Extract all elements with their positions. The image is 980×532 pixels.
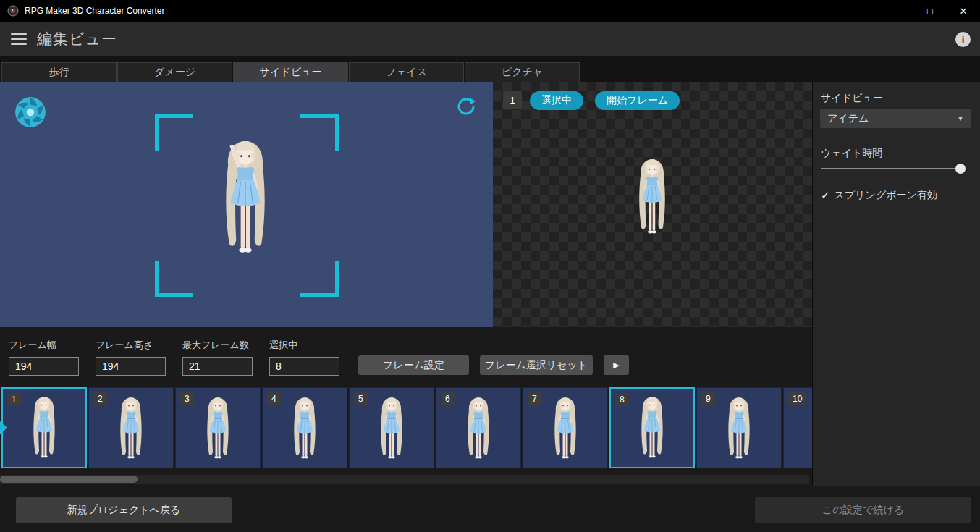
frame-bracket-bottom-right (300, 261, 339, 297)
tab-item[interactable]: フェイス (349, 62, 464, 82)
menu-icon[interactable] (11, 33, 27, 45)
frame-height-group: フレーム高さ (96, 339, 166, 376)
sidebar-title: サイドビュー (821, 92, 883, 105)
tab-label: 歩行 (49, 66, 69, 79)
check-icon: ✓ (821, 189, 830, 202)
window-title: RPG Maker 3D Character Converter (25, 6, 164, 16)
app-window: RPG Maker 3D Character Converter – □ ✕ 編… (0, 0, 980, 532)
frame-character-sprite (806, 394, 812, 463)
max-frames-label: 最大フレーム数 (182, 339, 253, 352)
start-frame-button[interactable]: 開始フレーム (595, 91, 680, 110)
frame-number-badge: 5 (354, 392, 368, 405)
playhead-marker-icon (0, 421, 7, 434)
frame-thumbnail[interactable]: 10 (783, 387, 812, 468)
close-button[interactable]: ✕ (947, 0, 980, 22)
frame-character-sprite (458, 394, 499, 463)
frame-thumbnail[interactable]: 2 (88, 387, 174, 468)
frame-settings-button[interactable]: フレーム設定 (358, 355, 469, 375)
frame-number-badge: 4 (267, 392, 281, 405)
selected-frame-group: 選択中 (269, 339, 339, 376)
springbone-checkbox[interactable]: ✓ スプリングボーン有効 (821, 189, 937, 202)
frame-thumbnail[interactable]: 1 (1, 387, 87, 468)
wait-time-label: ウェイト時間 (821, 147, 882, 160)
back-to-project-button[interactable]: 新規プロジェクトへ戻る (16, 497, 232, 523)
rotate-view-icon[interactable] (455, 96, 477, 118)
current-frame-badge: 1 (503, 91, 522, 109)
frame-height-input[interactable] (96, 357, 166, 376)
frame-thumbnail[interactable]: 4 (262, 387, 347, 468)
window-controls: – □ ✕ (880, 0, 980, 22)
springbone-label: スプリングボーン有効 (835, 189, 937, 202)
tab-item[interactable]: ダメージ (117, 62, 232, 82)
aperture-icon[interactable] (14, 96, 47, 129)
frame-character-sprite (719, 394, 759, 463)
frame-character-sprite (284, 394, 325, 463)
info-icon[interactable]: i (955, 32, 971, 47)
title-bar: RPG Maker 3D Character Converter – □ ✕ (0, 0, 980, 22)
frame-panel: フレーム幅 フレーム高さ 最大フレーム数 選択中 フレーム設定 フレーム選択リセ… (0, 327, 812, 486)
frame-height-label: フレーム高さ (96, 339, 166, 352)
frame-character-sprite (545, 394, 586, 463)
chevron-down-icon: ▼ (957, 114, 964, 122)
frame-thumbnail[interactable]: 8 (609, 387, 695, 468)
frame-thumbnail[interactable]: 5 (349, 387, 434, 468)
frame-character-sprite (198, 394, 238, 463)
frame-character-sprite (371, 394, 412, 463)
frame-bracket-top-left (155, 114, 193, 151)
frame-bracket-top-right (300, 114, 339, 151)
pose-preview-panel (0, 82, 493, 327)
frame-number-badge: 2 (93, 392, 107, 405)
selected-frame-button[interactable]: 選択中 (530, 91, 583, 110)
frame-width-group: フレーム幅 (9, 339, 79, 376)
tab-item[interactable]: サイドビュー (233, 62, 348, 82)
page-title: 編集ビュー (37, 29, 117, 49)
tab-label: ピクチャ (502, 66, 543, 79)
frame-number-badge: 1 (7, 393, 21, 406)
tab-bar: 歩行 ダメージ サイドビュー フェイス ピクチャ (0, 56, 980, 82)
frame-thumbnail[interactable]: 6 (436, 387, 521, 468)
max-frames-input[interactable] (182, 357, 253, 376)
slider-thumb[interactable] (955, 164, 966, 174)
filmstrip: 1 2 3 4 5 6 (0, 387, 812, 471)
filmstrip-scrollbar[interactable] (0, 475, 809, 484)
tab-item[interactable]: ピクチャ (465, 62, 580, 82)
tab-item[interactable]: 歩行 (1, 62, 117, 82)
sprite-preview-panel: 1 選択中 開始フレーム (493, 82, 812, 327)
slider-track[interactable] (821, 168, 966, 169)
frame-number-badge: 7 (528, 392, 541, 405)
tab-label: サイドビュー (260, 66, 322, 79)
frame-thumbnail[interactable]: 7 (523, 387, 608, 468)
frame-thumbnail[interactable]: 3 (175, 387, 261, 468)
character-model (208, 134, 282, 261)
frame-number-badge: 9 (701, 392, 715, 405)
frame-character-sprite (632, 393, 672, 463)
minimize-button[interactable]: – (880, 0, 913, 22)
selected-frame-label: 選択中 (269, 339, 339, 352)
character-sprite (628, 154, 677, 240)
max-frames-group: 最大フレーム数 (182, 339, 253, 376)
frame-bracket-bottom-left (155, 261, 193, 297)
play-button[interactable]: ▶ (604, 355, 629, 375)
footer-bar: 新規プロジェクトへ戻る この設定で続ける (0, 486, 980, 532)
frame-number-badge: 3 (180, 392, 194, 405)
selected-frame-input[interactable] (269, 357, 339, 376)
tab-label: フェイス (386, 66, 427, 79)
header: 編集ビュー i (0, 22, 980, 56)
wait-time-slider[interactable] (821, 163, 966, 174)
app-logo-icon (7, 5, 19, 17)
frame-character-sprite (24, 393, 64, 463)
settings-sidebar: サイドビュー アイテム ▼ ウェイト時間 ✓ スプリングボーン有効 (812, 82, 980, 486)
maximize-button[interactable]: □ (913, 0, 947, 22)
frame-reset-button[interactable]: フレーム選択リセット (480, 355, 593, 375)
dropdown-value: アイテム (827, 112, 869, 125)
scrollbar-thumb[interactable] (0, 476, 138, 483)
frame-thumbnail[interactable]: 9 (696, 387, 782, 468)
continue-button[interactable]: この設定で続ける (755, 497, 971, 523)
frame-character-sprite (111, 394, 151, 463)
frame-number-badge: 10 (788, 392, 806, 405)
tab-label: ダメージ (154, 66, 195, 79)
frame-width-input[interactable] (9, 357, 79, 376)
frame-number-badge: 6 (441, 392, 455, 405)
sideview-type-dropdown[interactable]: アイテム ▼ (820, 109, 971, 128)
frame-width-label: フレーム幅 (9, 339, 79, 352)
